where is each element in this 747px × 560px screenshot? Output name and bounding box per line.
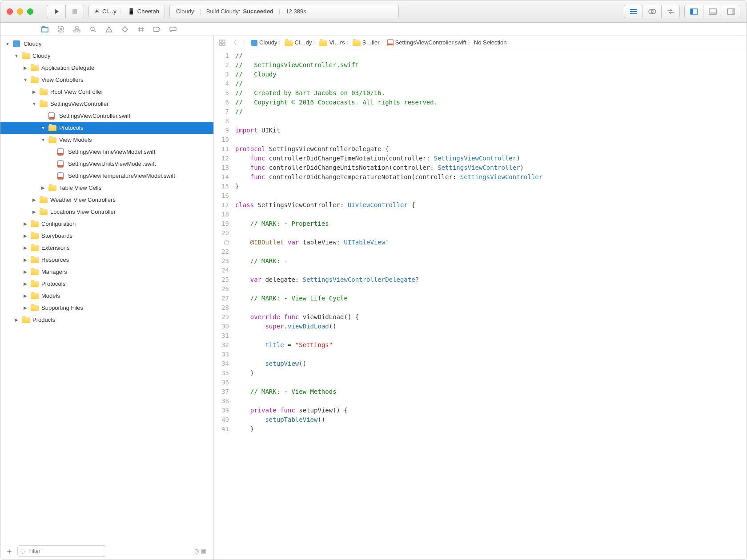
tree-row[interactable]: ▶Table View Cells xyxy=(0,182,213,194)
scheme-selector[interactable]: ☀︎ Cl…y 〉 📱 Cheetah xyxy=(88,5,165,18)
disclosure-triangle[interactable]: ▼ xyxy=(23,77,28,82)
disclosure-triangle[interactable]: ▶ xyxy=(14,317,19,322)
disclosure-triangle[interactable]: ▶ xyxy=(23,281,28,286)
tree-row[interactable]: ▼Protocols xyxy=(0,122,213,134)
disclosure-triangle[interactable]: ▶ xyxy=(32,197,37,202)
back-button[interactable]: 〈 xyxy=(229,39,238,47)
tree-item-label: SettingsViewTemperatureViewModel.swift xyxy=(68,172,175,179)
svg-rect-13 xyxy=(74,30,76,32)
disclosure-triangle[interactable]: ▶ xyxy=(32,209,37,214)
disclosure-triangle[interactable]: ▼ xyxy=(14,53,19,58)
tree-row[interactable]: ▶Products xyxy=(0,314,213,326)
toggle-utilities-button[interactable] xyxy=(722,5,740,18)
tree-item-label: Locations View Controller xyxy=(50,208,116,215)
disclosure-triangle[interactable]: ▶ xyxy=(23,245,28,250)
swift-file-icon xyxy=(57,160,65,168)
find-navigator-tab[interactable] xyxy=(89,25,97,33)
tree-row[interactable]: ▶Protocols xyxy=(0,278,213,290)
run-button[interactable] xyxy=(47,5,65,18)
folder-icon xyxy=(48,136,56,144)
disclosure-triangle[interactable]: ▶ xyxy=(23,293,28,298)
jump-bar[interactable]: 〈 〉 Cloudy〉Cl…dy〉Vi…rs〉S…ller〉SettingsVi… xyxy=(214,36,747,49)
tree-row[interactable]: ▶Weather View Controllers xyxy=(0,194,213,206)
issue-navigator-tab[interactable] xyxy=(105,25,113,33)
project-navigator-tab[interactable] xyxy=(41,25,49,33)
minimize-window-button[interactable] xyxy=(17,8,23,15)
tree-row[interactable]: ▼Cloudy xyxy=(0,50,213,62)
panel-left-icon xyxy=(690,8,698,15)
tree-row[interactable]: ▶Locations View Controller xyxy=(0,206,213,218)
disclosure-triangle[interactable]: ▶ xyxy=(23,257,28,262)
tree-row[interactable]: SettingsViewTimeViewModel.swift xyxy=(0,146,213,158)
activity-status[interactable]: Cloudy | Build Cloudy: Succeeded | 12.38… xyxy=(169,5,399,18)
tree-row[interactable]: ▶Resources xyxy=(0,254,213,266)
recent-filter-icon[interactable]: ◷ xyxy=(194,548,199,554)
scm-filter-icon[interactable]: ▣ xyxy=(201,548,206,554)
lines-icon xyxy=(630,8,638,15)
tree-item-label: Cloudy xyxy=(24,40,41,47)
tree-row[interactable]: SettingsViewTemperatureViewModel.swift xyxy=(0,170,213,182)
disclosure-triangle[interactable]: ▼ xyxy=(40,125,46,130)
version-editor-button[interactable] xyxy=(661,5,680,18)
folder-icon xyxy=(31,292,39,300)
filter-input[interactable] xyxy=(17,545,106,557)
tree-row[interactable]: ▶Storyboards xyxy=(0,230,213,242)
disclosure-triangle[interactable]: ▼ xyxy=(5,41,10,46)
standard-editor-button[interactable] xyxy=(624,5,643,18)
zoom-window-button[interactable] xyxy=(27,8,33,15)
tree-row[interactable]: ▶Managers xyxy=(0,266,213,278)
project-icon xyxy=(13,40,21,48)
disclosure-triangle[interactable]: ▶ xyxy=(23,65,28,70)
jumpbar-item[interactable]: S…ller xyxy=(362,39,380,46)
disclosure-triangle[interactable]: ▼ xyxy=(32,101,37,106)
tree-row[interactable]: ▶Root View Controller xyxy=(0,86,213,98)
tree-row[interactable]: SettingsViewUnitsViewModel.swift xyxy=(0,158,213,170)
jumpbar-item[interactable]: Vi…rs xyxy=(329,39,345,46)
symbol-navigator-tab[interactable] xyxy=(73,25,81,33)
debug-navigator-tab[interactable] xyxy=(137,25,145,33)
play-icon xyxy=(53,8,60,15)
toggle-debug-button[interactable] xyxy=(703,5,722,18)
tree-row[interactable]: ▶Configuration xyxy=(0,218,213,230)
jumpbar-item[interactable]: No Selection xyxy=(474,39,507,46)
disclosure-triangle[interactable]: ▶ xyxy=(32,89,37,94)
file-tree[interactable]: ▼Cloudy▼Cloudy▶Application Delegate▼View… xyxy=(0,36,213,542)
tree-row[interactable]: SettingsViewController.swift xyxy=(0,110,213,122)
source-code[interactable]: //// SettingsViewController.swift// Clou… xyxy=(233,49,747,560)
assistant-editor-button[interactable] xyxy=(643,5,661,18)
tree-row[interactable]: ▶Models xyxy=(0,290,213,302)
disclosure-triangle[interactable]: ▶ xyxy=(23,269,28,274)
swift-file-icon xyxy=(57,148,65,156)
jumpbar-item[interactable]: Cl…dy xyxy=(294,39,312,46)
tree-row[interactable]: ▼View Models xyxy=(0,134,213,146)
close-window-button[interactable] xyxy=(7,8,13,15)
related-items-icon[interactable] xyxy=(217,40,227,46)
tree-row[interactable]: ▼SettingsViewController xyxy=(0,98,213,110)
tree-row[interactable]: ▼Cloudy xyxy=(0,38,213,50)
toggle-navigator-button[interactable] xyxy=(684,5,703,18)
tree-row[interactable]: ▼View Controllers xyxy=(0,74,213,86)
device-icon: 📱 xyxy=(128,8,135,15)
tree-row[interactable]: ▶Supporting Files xyxy=(0,302,213,314)
jumpbar-item[interactable]: SettingsViewController.swift xyxy=(395,39,466,46)
add-button[interactable]: ＋ xyxy=(5,546,14,556)
disclosure-triangle[interactable]: ▶ xyxy=(23,233,28,238)
folder-icon xyxy=(31,280,39,288)
tree-item-label: Application Delegate xyxy=(41,64,94,71)
disclosure-triangle[interactable]: ▶ xyxy=(40,185,46,190)
disclosure-triangle[interactable]: ▶ xyxy=(23,305,28,310)
tree-row[interactable]: ▶Extensions xyxy=(0,242,213,254)
filter-scope-icon: ◌ xyxy=(20,548,25,554)
panel-bottom-icon xyxy=(709,8,717,15)
tree-row[interactable]: ▶Application Delegate xyxy=(0,62,213,74)
line-gutter[interactable]: 1234567891011121314151617181920222324252… xyxy=(214,49,233,560)
jumpbar-item[interactable]: Cloudy xyxy=(259,39,277,46)
forward-button[interactable]: 〉 xyxy=(240,39,249,47)
report-navigator-tab[interactable] xyxy=(169,25,177,33)
stop-button[interactable] xyxy=(65,5,84,18)
breakpoint-navigator-tab[interactable] xyxy=(153,25,161,33)
source-control-navigator-tab[interactable] xyxy=(57,25,65,33)
disclosure-triangle[interactable]: ▼ xyxy=(40,137,46,142)
test-navigator-tab[interactable] xyxy=(121,25,129,33)
disclosure-triangle[interactable]: ▶ xyxy=(23,221,28,226)
